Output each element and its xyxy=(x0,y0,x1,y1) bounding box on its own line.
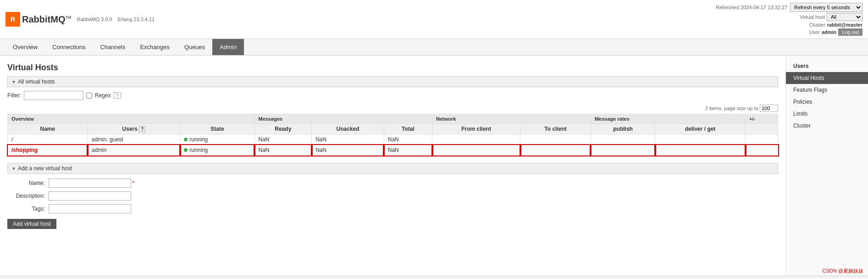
cell-from-client xyxy=(432,145,520,156)
nav-queues[interactable]: Queues xyxy=(177,39,213,55)
cluster-row: Cluster rabbit@master xyxy=(809,22,862,28)
group-overview: Overview xyxy=(8,114,255,124)
regex-checkbox[interactable] xyxy=(86,93,92,99)
add-section-title: Add a new virtual host xyxy=(18,165,72,172)
col-ready[interactable]: Ready xyxy=(254,124,312,134)
help-icon[interactable]: ? xyxy=(114,92,121,99)
logo-area: R RabbitMQTM RabbitMQ 3.9.0 Erlang 23.3.… xyxy=(6,12,155,27)
cluster-label: Cluster xyxy=(809,22,825,28)
vhost-row: Virtual host All / /shopping xyxy=(800,13,862,21)
nav: Overview Connections Channels Exchanges … xyxy=(0,39,868,56)
cell-publish xyxy=(591,134,655,145)
footer: HTTP APIServer DocsTutorialsCommunity Su… xyxy=(0,276,868,279)
cell-to-client xyxy=(520,134,591,145)
required-star: * xyxy=(132,180,134,186)
cell-to-client xyxy=(520,145,591,156)
page-info: 2 items, page size up to xyxy=(7,105,778,112)
col-deliver[interactable]: deliver / get xyxy=(655,124,746,134)
cell-users: admin xyxy=(88,145,180,156)
all-vhosts-label: All virtual hosts xyxy=(18,78,55,85)
table-row[interactable]: / admin, guest running NaN NaN NaN xyxy=(8,134,778,145)
cell-extra xyxy=(746,134,778,145)
col-empty xyxy=(746,124,778,134)
nav-exchanges[interactable]: Exchanges xyxy=(133,39,177,55)
tags-input[interactable] xyxy=(49,204,131,213)
user-row: User admin Log out xyxy=(809,28,862,36)
cell-deliver xyxy=(655,134,746,145)
regex-label: Regex xyxy=(95,92,111,99)
col-unacked[interactable]: Unacked xyxy=(312,124,384,134)
cell-deliver xyxy=(655,145,746,156)
col-from-client[interactable]: From client xyxy=(432,124,520,134)
sidebar-item-limits[interactable]: Limits xyxy=(786,108,868,120)
logo-text: RabbitMQTM xyxy=(22,14,71,25)
sidebar-item-policies[interactable]: Policies xyxy=(786,96,868,108)
sidebar: Users Virtual Hosts Feature Flags Polici… xyxy=(785,56,868,276)
logout-button[interactable]: Log out xyxy=(838,28,862,36)
name-input[interactable] xyxy=(49,179,131,188)
group-messages: Messages xyxy=(254,114,432,124)
group-rates: Message rates xyxy=(591,114,745,124)
group-network: Network xyxy=(432,114,591,124)
cell-unacked: NaN xyxy=(312,145,384,156)
user-value: admin xyxy=(822,29,836,35)
cell-users: admin, guest xyxy=(88,134,180,145)
erlang-info: Erlang 23.3.4.11 xyxy=(117,17,155,22)
filter-input[interactable] xyxy=(24,91,83,100)
desc-label: Description: xyxy=(7,193,49,199)
nav-admin[interactable]: Admin xyxy=(212,39,244,55)
cell-name[interactable]: /shopping xyxy=(8,145,88,156)
users-help-icon[interactable]: ? xyxy=(139,126,145,132)
cell-state: running xyxy=(180,145,254,156)
header: R RabbitMQTM RabbitMQ 3.9.0 Erlang 23.3.… xyxy=(0,0,868,39)
sidebar-users-title: Users xyxy=(786,60,868,72)
cell-state: running xyxy=(180,134,254,145)
sidebar-item-cluster[interactable]: Cluster xyxy=(786,120,868,132)
vhost-label: Virtual host xyxy=(800,14,825,20)
content: Virtual Hosts ▼ All virtual hosts Filter… xyxy=(0,56,785,276)
sidebar-item-virtual-hosts[interactable]: Virtual Hosts xyxy=(786,72,868,84)
col-users[interactable]: Users ? xyxy=(88,124,180,134)
filter-row: Filter: Regex ? xyxy=(7,91,778,100)
col-total[interactable]: Total xyxy=(384,124,432,134)
refresh-row: Refreshed 2024-04-17 13:32:27 Refresh ev… xyxy=(716,3,862,12)
cell-total: NaN xyxy=(384,145,432,156)
cell-total: NaN xyxy=(384,134,432,145)
add-collapse-triangle[interactable]: ▼ xyxy=(11,166,16,171)
logo-icon: R xyxy=(6,12,20,27)
name-label: Name: xyxy=(7,180,49,186)
desc-row: Description: xyxy=(7,191,778,201)
logo-tm: TM xyxy=(65,15,71,20)
sidebar-item-feature-flags[interactable]: Feature Flags xyxy=(786,84,868,96)
cell-name[interactable]: / xyxy=(8,134,88,145)
top-right: Refreshed 2024-04-17 13:32:27 Refresh ev… xyxy=(716,3,862,36)
refreshed-label: Refreshed 2024-04-17 13:32:27 xyxy=(716,5,787,10)
cell-ready: NaN xyxy=(254,145,312,156)
user-label: User xyxy=(809,29,820,35)
page-title: Virtual Hosts xyxy=(7,63,778,73)
col-plus-minus[interactable]: +/- xyxy=(746,114,778,124)
vhost-select[interactable]: All / /shopping xyxy=(827,13,862,21)
cell-publish xyxy=(591,145,655,156)
page-size-input[interactable] xyxy=(760,105,778,112)
col-state[interactable]: State xyxy=(180,124,254,134)
tags-row: Tags: xyxy=(7,204,778,213)
filter-label: Filter: xyxy=(7,92,21,99)
watermark: CSDN @夏婉妹妹 xyxy=(823,268,863,274)
col-name[interactable]: Name xyxy=(8,124,88,134)
col-publish[interactable]: publish xyxy=(591,124,655,134)
cell-ready: NaN xyxy=(254,134,312,145)
nav-overview[interactable]: Overview xyxy=(6,39,45,55)
all-vhosts-header: ▼ All virtual hosts xyxy=(7,76,778,87)
desc-input[interactable] xyxy=(49,191,131,201)
add-section-header: ▼ Add a new virtual host xyxy=(7,163,778,174)
logo: R RabbitMQTM xyxy=(6,12,71,27)
version-info: RabbitMQ 3.9.0 xyxy=(77,17,112,22)
nav-channels[interactable]: Channels xyxy=(93,39,133,55)
table-row[interactable]: /shopping admin running NaN NaN NaN xyxy=(8,145,778,156)
col-to-client[interactable]: To client xyxy=(520,124,591,134)
collapse-triangle[interactable]: ▼ xyxy=(11,79,16,84)
add-vhost-button[interactable]: Add virtual host xyxy=(7,219,56,229)
nav-connections[interactable]: Connections xyxy=(45,39,93,55)
refresh-select[interactable]: Refresh every 5 seconds Refresh every 10… xyxy=(790,3,862,12)
